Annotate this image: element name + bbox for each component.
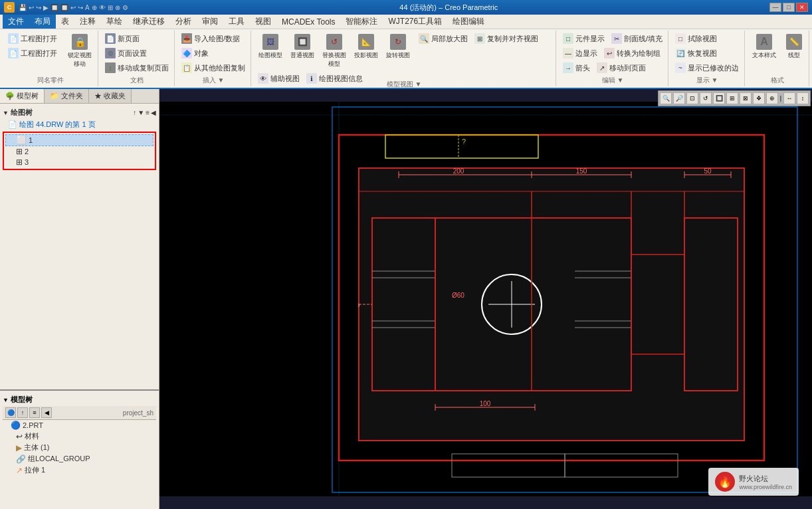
drawing-model-btn[interactable]: 🖼 绘图模型 xyxy=(255,32,286,62)
normal-view-btn[interactable]: 🔲 普通视图 xyxy=(287,32,318,62)
copy-icon: 📋 xyxy=(181,62,192,73)
edge-display-icon: — xyxy=(563,48,573,58)
drawing-tree-header[interactable]: ▼ 绘图树 ↑ ▼ ≡ ◀ xyxy=(3,106,156,119)
drawing-page-label: 📄 绘图 44.DRW 的第 1 页 xyxy=(3,119,156,130)
menu-item-layout[interactable]: 布局 xyxy=(29,15,56,29)
snap-btn[interactable]: ❖ xyxy=(753,92,765,104)
close-button[interactable]: ✕ xyxy=(796,3,808,12)
menu-item-inherit[interactable]: 继承迁移 xyxy=(128,15,170,29)
watermark-url: www.proewildfire.cn xyxy=(739,484,792,490)
drawing-open-btn2[interactable]: 📄 工程图打开 xyxy=(5,47,60,60)
erase-view-btn[interactable]: □ 拭除视图 xyxy=(672,32,720,45)
menu-bar: 文件 布局 表 注释 草绘 继承迁移 分析 审阅 工具 视图 MCADEx To… xyxy=(0,15,812,29)
ribbon-group-model-view: 🖼 绘图模型 🔲 普通视图 ↺ 替换视图 模型 📐 投影视图 ↻ 旋转视图 � xyxy=(253,31,556,86)
body-icon: ▶ xyxy=(16,443,22,453)
new-page-btn[interactable]: 📄 新页面 xyxy=(102,32,142,45)
menu-item-smart[interactable]: 智能标注 xyxy=(340,15,383,29)
menu-item-view[interactable]: 视图 xyxy=(250,15,276,29)
object-btn[interactable]: 🔷 对象 xyxy=(179,47,211,60)
menu-item-annotation[interactable]: 注释 xyxy=(74,15,101,29)
tab-folder[interactable]: 📁 文件夹 xyxy=(45,89,89,103)
menu-item-drawing-edit[interactable]: 绘图编辑 xyxy=(447,15,490,29)
component-display-btn[interactable]: □ 元件显示 xyxy=(560,32,607,45)
to-drawing-group-btn[interactable]: ↩ 转换为绘制组 xyxy=(601,47,663,60)
drawing-model-icon: 🖼 xyxy=(262,34,278,50)
page-settings-btn[interactable]: ⚙ 页面设置 xyxy=(102,47,150,60)
drawing-view-2[interactable]: ⊞ 2 xyxy=(5,146,153,157)
drawing-open-icon2: 📄 xyxy=(8,48,19,58)
move-copy-page-btn[interactable]: ↕ 移动或复制页面 xyxy=(102,61,171,74)
center-btn[interactable]: ⊕ xyxy=(766,92,778,104)
copy-from-drawing-btn[interactable]: 📋 从其他绘图复制 xyxy=(179,61,248,74)
title-bar: C 💾 ↩ ↪ ▶ 🔲 🔲 ↩ ↪ A ⊕ 👁 ⊞ ⊗ ⚙ 44 (活动的) –… xyxy=(0,0,812,15)
separator-btn: | xyxy=(779,92,782,104)
window-controls[interactable]: — □ ✕ xyxy=(769,3,808,12)
lock-view-btn[interactable]: 🔒 锁定视图 移动 xyxy=(64,32,95,70)
tab-favorites[interactable]: ★ 收藏夹 xyxy=(89,89,132,103)
hatch-fill-btn[interactable]: ✂ 剖面线/填充 xyxy=(609,32,665,45)
minimize-button[interactable]: — xyxy=(769,3,781,12)
menu-item-sketch[interactable]: 草绘 xyxy=(101,15,128,29)
mt-btn-2[interactable]: ↑ xyxy=(17,407,28,418)
model-item-local-group[interactable]: 🔗 组LOCAL_GROUP xyxy=(3,453,156,464)
replace-view-btn[interactable]: ↺ 替换视图 模型 xyxy=(319,32,350,70)
menu-item-analysis[interactable]: 分析 xyxy=(170,15,197,29)
zoom-fit-btn[interactable]: ⊡ xyxy=(686,92,698,104)
insert-buttons: 📥 导入绘图/数据 🔷 对象 📋 从其他绘图复制 xyxy=(179,32,248,74)
menu-item-mcadex[interactable]: MCADEx Tools xyxy=(276,16,340,28)
model-item-extrude[interactable]: ↗ 拉伸 1 xyxy=(3,464,156,476)
menu-item-table[interactable]: 表 xyxy=(56,15,74,29)
move-to-page-btn[interactable]: ↗ 移动到页面 xyxy=(594,61,649,74)
view-style-btn[interactable]: 🔲 xyxy=(713,92,725,104)
drawing-view-3[interactable]: ⊞ 3 xyxy=(5,157,153,167)
rotate-view-btn[interactable]: ↻ 旋转视图 xyxy=(383,32,413,62)
svg-text:›: › xyxy=(357,300,360,310)
menu-item-review[interactable]: 审阅 xyxy=(197,15,223,29)
lock-icon: 🔒 xyxy=(72,34,88,50)
left-panel: 🌳 模型树 📁 文件夹 ★ 收藏夹 ▼ 绘图树 ↑ ▼ ≡ ◀ xyxy=(0,89,159,509)
v-align-btn[interactable]: ↕ xyxy=(797,92,809,104)
view-grid-btn[interactable]: ⊞ xyxy=(726,92,738,104)
svg-text:100: 100 xyxy=(480,400,491,407)
tab-model-tree[interactable]: 🌳 模型树 xyxy=(0,89,45,103)
drawing-open-btn1[interactable]: 📄 工程图打开 xyxy=(5,32,60,45)
model-item-material[interactable]: ↩ 材料 xyxy=(3,431,156,442)
local-zoom-icon: 🔍 xyxy=(419,33,429,44)
edge-display-btn[interactable]: — 边显示 xyxy=(560,47,600,60)
h-align-btn[interactable]: ↔ xyxy=(783,92,795,104)
watermark-text-container: 野火论坛 www.proewildfire.cn xyxy=(739,474,792,490)
drawing-view-1[interactable]: ⬜ 1 xyxy=(5,134,153,146)
view2-label: 2 xyxy=(25,148,29,155)
rotate-view-canvas-btn[interactable]: ↺ xyxy=(700,92,712,104)
menu-item-tools[interactable]: 工具 xyxy=(223,15,250,29)
canvas-area[interactable]: ? 200 150 50 xyxy=(159,89,812,509)
zoom-in-btn[interactable]: 🔍 xyxy=(660,92,672,104)
view-cross-btn[interactable]: ⊠ xyxy=(740,92,752,104)
ribbon-group-content: 📄 工程图打开 📄 工程图打开 🔒 锁定视图 移动 xyxy=(5,32,95,74)
svg-rect-8 xyxy=(359,168,744,441)
local-zoom-btn[interactable]: 🔍 局部放大图 xyxy=(416,32,470,45)
mt-btn-1[interactable]: 🔵 xyxy=(5,407,16,418)
line-style-btn[interactable]: 📏 线型 xyxy=(782,32,806,62)
restore-view-btn[interactable]: 🔄 恢复视图 xyxy=(672,47,720,60)
model-item-prt[interactable]: 🔵 2.PRT xyxy=(3,420,156,431)
mt-btn-4[interactable]: ◀ xyxy=(41,407,52,418)
maximize-button[interactable]: □ xyxy=(783,3,795,12)
title-left: C 💾 ↩ ↪ ▶ 🔲 🔲 ↩ ↪ A ⊕ 👁 ⊞ ⊗ ⚙ xyxy=(4,2,128,13)
project-view-btn[interactable]: 📐 投影视图 xyxy=(351,32,381,62)
arrow-btn[interactable]: → 箭头 xyxy=(560,61,593,74)
show-modified-edge-btn[interactable]: ~ 显示已修改的边 xyxy=(672,61,742,74)
text-style-btn[interactable]: A 文本样式 xyxy=(749,32,779,62)
zoom-out-btn[interactable]: 🔎 xyxy=(673,92,685,104)
component-display-icon: □ xyxy=(563,33,573,44)
copy-align-view-btn[interactable]: ⊞ 复制并对齐视图 xyxy=(472,32,541,45)
erase-view-icon: □ xyxy=(675,33,686,44)
body-label: 主体 (1) xyxy=(24,443,50,453)
menu-item-wjt[interactable]: WJT276工具箱 xyxy=(383,15,447,29)
watermark-site: 野火论坛 xyxy=(739,474,792,484)
edit-row3: → 箭头 ↗ 移动到页面 xyxy=(560,61,649,74)
model-item-body[interactable]: ▶ 主体 (1) xyxy=(3,442,156,453)
import-drawing-btn[interactable]: 📥 导入绘图/数据 xyxy=(179,32,243,45)
mt-btn-3[interactable]: ≡ xyxy=(29,407,40,418)
menu-item-file[interactable]: 文件 xyxy=(3,15,29,29)
